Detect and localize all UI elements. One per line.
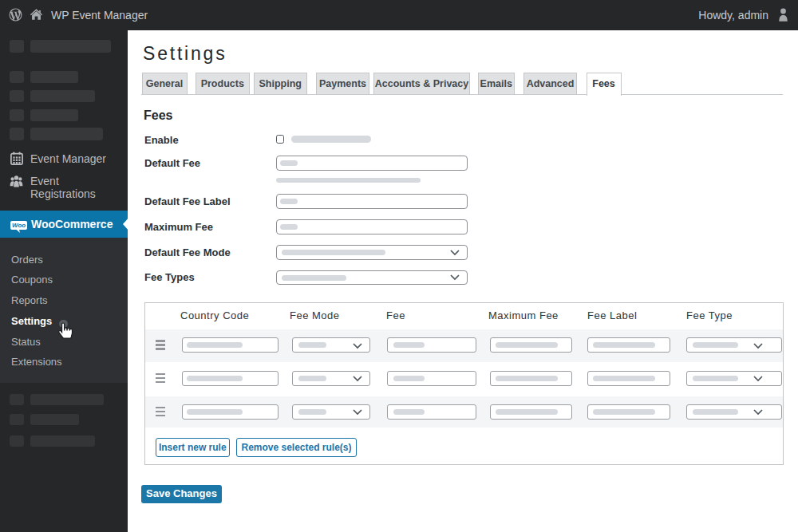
svg-text:Woo: Woo bbox=[12, 222, 26, 229]
